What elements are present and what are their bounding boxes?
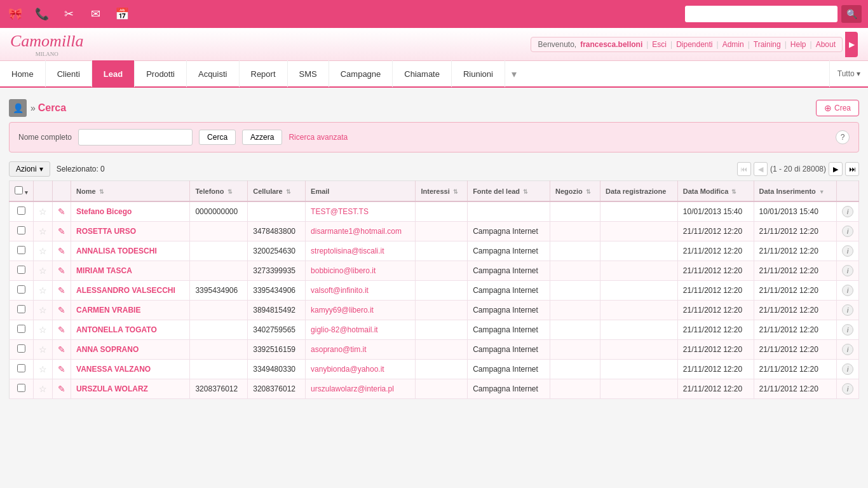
row-email-link[interactable]: TEST@TEST.TS [311,207,369,216]
scissors-icon[interactable]: ✂ [60,5,78,23]
star-icon[interactable]: ☆ [39,384,47,394]
row-checkbox[interactable] [17,384,25,392]
username-link[interactable]: francesca.belloni [580,40,642,49]
edit-icon[interactable]: ✎ [58,344,65,355]
nav-report[interactable]: Report [240,60,288,87]
nav-acquisti[interactable]: Acquisti [187,60,240,87]
row-checkbox[interactable] [17,305,25,313]
info-icon[interactable]: i [842,363,853,375]
row-checkbox[interactable] [17,325,25,333]
row-name-link[interactable]: URSZULA WOLARZ [76,384,148,393]
star-icon[interactable]: ☆ [39,226,47,236]
reset-button[interactable]: Azzera [242,130,282,145]
info-icon[interactable]: i [842,383,853,395]
row-checkbox[interactable] [17,285,25,294]
row-email-link[interactable]: disarmante1@hotmail.com [311,227,402,236]
star-icon[interactable]: ☆ [39,266,47,276]
th-interessi[interactable]: Interessi ⇅ [416,181,468,202]
row-checkbox[interactable] [17,246,25,254]
info-icon[interactable]: i [842,206,853,217]
row-name-link[interactable]: ALESSANDRO VALSECCHI [76,286,175,295]
star-icon[interactable]: ☆ [39,305,47,315]
dipendenti-link[interactable]: Dipendenti [676,40,712,49]
row-email-link[interactable]: vanybionda@yahoo.it [311,365,384,374]
top-search-button[interactable]: 🔍 [841,5,862,23]
help-link[interactable]: Help [790,40,806,49]
star-icon[interactable]: ☆ [39,207,47,217]
row-checkbox[interactable] [17,266,25,274]
row-name-link[interactable]: CARMEN VRABIE [76,306,140,315]
gift-icon[interactable]: 🎀 [6,5,24,23]
page-last-btn[interactable]: ⏭ [845,162,859,176]
info-icon[interactable]: i [842,324,853,336]
nav-lead[interactable]: Lead [92,60,135,87]
row-checkbox[interactable] [17,344,25,353]
edit-icon[interactable]: ✎ [58,226,65,236]
th-fonte[interactable]: Fonte del lead ⇅ [468,181,550,202]
actions-button[interactable]: Azioni ▾ [9,161,50,177]
row-email-link[interactable]: streptolisina@tiscali.it [311,247,384,255]
select-all-checkbox[interactable] [15,186,23,194]
nav-more-btn[interactable]: ▾ [505,60,523,87]
admin-link[interactable]: Admin [722,40,744,49]
envelope-icon[interactable]: ✉ [86,5,104,23]
star-icon[interactable]: ☆ [39,285,47,295]
edit-icon[interactable]: ✎ [58,246,65,256]
phone-icon[interactable]: 📞 [33,5,51,23]
row-checkbox[interactable] [17,364,25,372]
edit-icon[interactable]: ✎ [58,325,65,335]
brand-arrow-btn[interactable]: ▶ [845,32,858,57]
page-first-btn[interactable]: ⏮ [737,162,751,176]
search-input[interactable] [78,129,193,146]
th-cellulare[interactable]: Cellulare ⇅ [248,181,306,202]
nav-chiamate[interactable]: Chiamate [393,60,452,87]
edit-icon[interactable]: ✎ [58,285,65,295]
calendar-icon[interactable]: 📅 [113,5,131,23]
top-search-input[interactable] [685,6,837,22]
row-email-link[interactable]: valsoft@infinito.it [311,286,369,295]
row-checkbox[interactable] [17,226,25,234]
edit-icon[interactable]: ✎ [58,364,65,374]
info-icon[interactable]: i [842,304,853,316]
star-icon[interactable]: ☆ [39,325,47,335]
th-negozio[interactable]: Negozio ⇅ [550,181,600,202]
info-icon[interactable]: i [842,344,853,355]
edit-icon[interactable]: ✎ [58,384,65,394]
help-button[interactable]: ? [836,130,850,144]
row-email-link[interactable]: urszulawolarz@interia.pl [311,384,394,393]
row-email-link[interactable]: kamyy69@libero.it [311,306,374,315]
info-icon[interactable]: i [842,265,853,276]
page-prev-btn[interactable]: ◀ [754,162,768,176]
star-icon[interactable]: ☆ [39,246,47,256]
info-icon[interactable]: i [842,226,853,237]
nav-sms[interactable]: SMS [288,60,329,87]
star-icon[interactable]: ☆ [39,344,47,355]
nav-campagne[interactable]: Campagne [329,60,393,87]
nav-clienti[interactable]: Clienti [46,60,92,87]
page-next-btn[interactable]: ▶ [829,162,843,176]
row-name-link[interactable]: ANTONELLA TOGATO [76,325,157,334]
row-email-link[interactable]: giglio-82@hotmail.it [311,325,378,334]
nav-right-dropdown[interactable]: Tutto ▾ [829,60,868,87]
th-telefono[interactable]: Telefono ⇅ [190,181,248,202]
nav-prodotti[interactable]: Prodotti [135,60,187,87]
th-data-reg[interactable]: Data registrazione [600,181,677,202]
th-email[interactable]: Email [306,181,416,202]
th-data-mod[interactable]: Data Modifica ⇅ [677,181,754,202]
row-email-link[interactable]: bobbicino@libero.it [311,266,376,275]
star-icon[interactable]: ☆ [39,364,47,374]
th-nome[interactable]: Nome ⇅ [71,181,190,202]
row-checkbox[interactable] [17,207,25,215]
row-name-link[interactable]: ANNALISA TODESCHI [76,247,157,255]
row-email-link[interactable]: asoprano@tim.it [311,345,367,354]
row-name-link[interactable]: VANESSA VALZANO [76,365,151,374]
th-data-ins[interactable]: Data Inserimento ▼ [754,181,836,202]
edit-icon[interactable]: ✎ [58,305,65,315]
nav-riunioni[interactable]: Riunioni [452,60,505,87]
row-name-link[interactable]: ANNA SOPRANO [76,345,139,354]
create-button[interactable]: ⊕ Crea [816,100,859,116]
info-icon[interactable]: i [842,285,853,296]
advanced-search-link[interactable]: Ricerca avanzata [288,133,348,142]
row-name-link[interactable]: ROSETTA URSO [76,227,136,236]
edit-icon[interactable]: ✎ [58,266,65,276]
